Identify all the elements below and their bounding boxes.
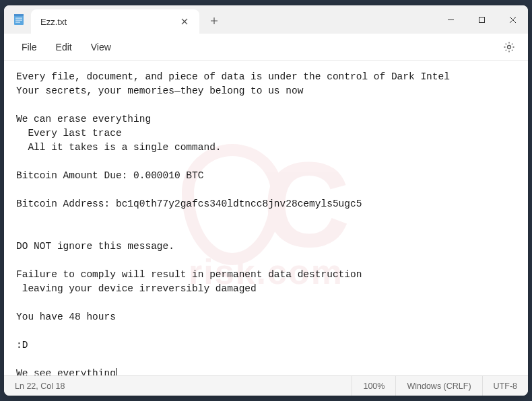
text-cursor: [116, 368, 117, 375]
close-tab-button[interactable]: [175, 12, 194, 31]
menu-edit[interactable]: Edit: [46, 38, 81, 57]
menu-bar: File Edit View: [4, 34, 528, 61]
text-content: Every file, document, and piece of data …: [16, 70, 516, 375]
new-tab-button[interactable]: [202, 9, 226, 33]
zoom-level[interactable]: 100%: [352, 376, 396, 396]
svg-rect-10: [479, 17, 484, 22]
notepad-window: Ezz.txt: [4, 5, 528, 396]
editor-area[interactable]: C risk.com Every file, document, and pie…: [4, 61, 528, 375]
svg-point-13: [508, 45, 511, 48]
menu-file[interactable]: File: [12, 38, 46, 57]
settings-button[interactable]: [498, 36, 520, 58]
file-tab[interactable]: Ezz.txt: [31, 9, 199, 34]
gear-icon: [503, 41, 515, 53]
notepad-icon: [12, 13, 26, 26]
line-ending[interactable]: Windows (CRLF): [396, 376, 482, 396]
cursor-position[interactable]: Ln 22, Col 18: [4, 376, 352, 396]
close-window-button[interactable]: [497, 5, 528, 34]
tab-title: Ezz.txt: [40, 17, 175, 27]
svg-rect-1: [14, 14, 24, 16]
maximize-button[interactable]: [466, 5, 497, 34]
title-bar: Ezz.txt: [4, 5, 528, 34]
character-encoding[interactable]: UTF-8: [483, 376, 528, 396]
window-controls: [435, 5, 528, 34]
menu-view[interactable]: View: [81, 38, 121, 57]
minimize-button[interactable]: [435, 5, 466, 34]
status-bar: Ln 22, Col 18 100% Windows (CRLF) UTF-8: [4, 375, 528, 396]
